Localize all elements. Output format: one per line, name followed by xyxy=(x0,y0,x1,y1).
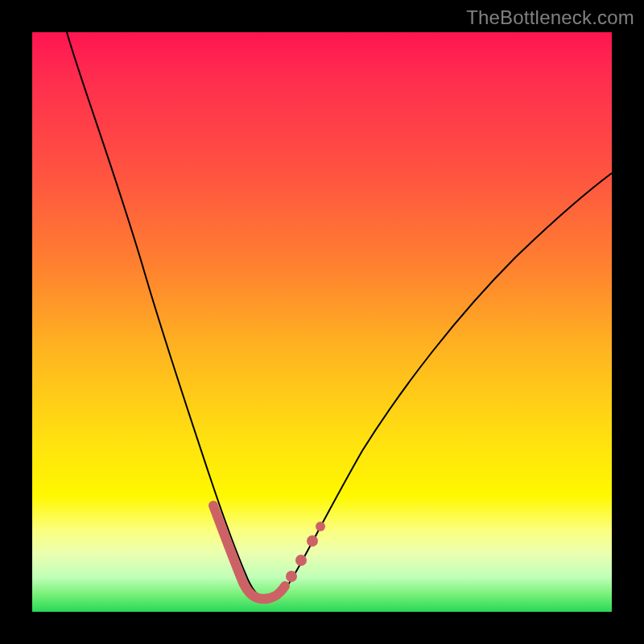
highlight-dot xyxy=(316,522,325,531)
curve-svg xyxy=(32,32,612,612)
highlight-dot xyxy=(286,571,297,582)
bottleneck-curve xyxy=(67,32,612,598)
watermark-text: TheBottleneck.com xyxy=(466,6,634,29)
chart-container: TheBottleneck.com xyxy=(0,0,644,644)
highlight-dot xyxy=(295,555,307,566)
highlight-dot xyxy=(307,535,318,547)
plot-area xyxy=(32,32,612,612)
